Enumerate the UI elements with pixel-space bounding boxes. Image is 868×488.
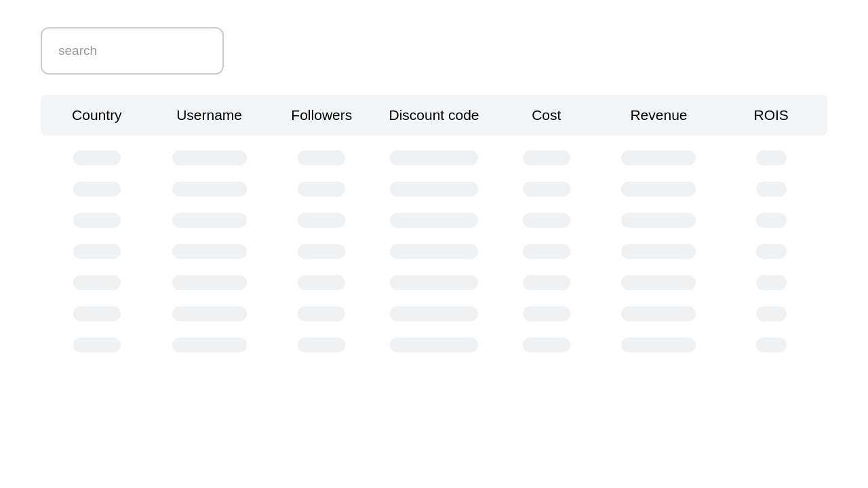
table-row (41, 205, 827, 236)
header-rois: ROIS (715, 107, 827, 123)
cell-followers (265, 338, 378, 352)
cell-username (153, 275, 266, 290)
table-row (41, 174, 827, 205)
cell-cost (490, 150, 603, 165)
cell-username (153, 306, 266, 321)
cell-revenue (603, 150, 715, 165)
cell-cost (490, 213, 603, 228)
header-cost: Cost (490, 107, 603, 123)
table-container: Country Username Followers Discount code… (41, 95, 827, 361)
cell-cost (490, 306, 603, 321)
cell-discount-code (378, 150, 490, 165)
cell-cost (490, 244, 603, 259)
cell-rois (715, 182, 827, 197)
cell-country (41, 244, 153, 259)
search-input[interactable] (41, 27, 224, 75)
header-username: Username (153, 107, 266, 123)
cell-country (41, 182, 153, 197)
cell-username (153, 150, 266, 165)
cell-country (41, 306, 153, 321)
cell-rois (715, 338, 827, 352)
header-country: Country (41, 107, 153, 123)
cell-revenue (603, 338, 715, 352)
cell-discount-code (378, 182, 490, 197)
cell-revenue (603, 213, 715, 228)
cell-country (41, 275, 153, 290)
cell-rois (715, 306, 827, 321)
cell-country (41, 213, 153, 228)
cell-rois (715, 244, 827, 259)
cell-discount-code (378, 213, 490, 228)
cell-revenue (603, 275, 715, 290)
header-followers: Followers (265, 107, 378, 123)
cell-followers (265, 182, 378, 197)
cell-followers (265, 306, 378, 321)
cell-followers (265, 244, 378, 259)
cell-country (41, 338, 153, 352)
table-header: Country Username Followers Discount code… (41, 95, 827, 136)
table-body (41, 142, 827, 361)
cell-followers (265, 213, 378, 228)
cell-discount-code (378, 338, 490, 352)
table-row (41, 298, 827, 329)
table-row (41, 142, 827, 174)
cell-followers (265, 150, 378, 165)
cell-cost (490, 275, 603, 290)
cell-revenue (603, 244, 715, 259)
cell-username (153, 338, 266, 352)
cell-revenue (603, 182, 715, 197)
cell-followers (265, 275, 378, 290)
table-row (41, 236, 827, 267)
search-wrapper (41, 27, 827, 75)
header-revenue: Revenue (603, 107, 715, 123)
cell-username (153, 182, 266, 197)
cell-revenue (603, 306, 715, 321)
cell-cost (490, 182, 603, 197)
cell-rois (715, 150, 827, 165)
header-discount-code: Discount code (378, 107, 490, 123)
cell-rois (715, 275, 827, 290)
table-row (41, 329, 827, 361)
cell-cost (490, 338, 603, 352)
cell-rois (715, 213, 827, 228)
cell-discount-code (378, 306, 490, 321)
cell-username (153, 213, 266, 228)
cell-discount-code (378, 275, 490, 290)
cell-discount-code (378, 244, 490, 259)
cell-username (153, 244, 266, 259)
table-row (41, 267, 827, 298)
cell-country (41, 150, 153, 165)
